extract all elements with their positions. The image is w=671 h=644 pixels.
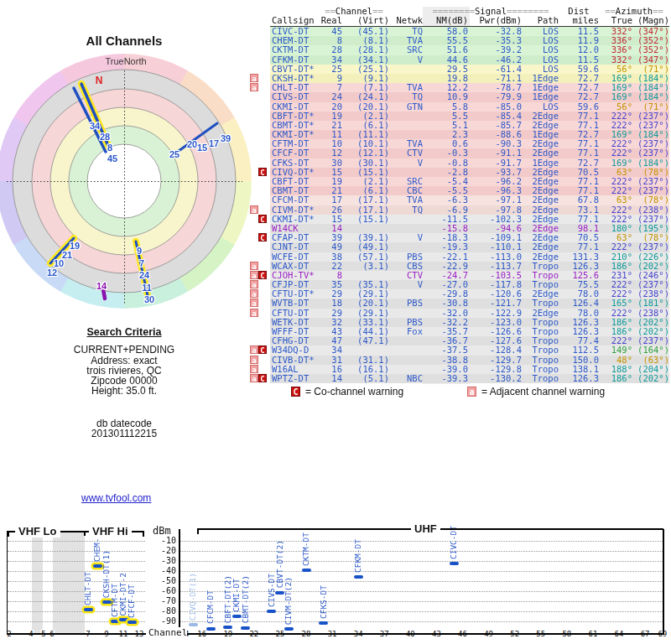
cell-distance-miles: 73.1 bbox=[559, 205, 599, 215]
col-header-netwk: Netwk bbox=[389, 16, 423, 26]
chart-bar-label: CFKM-DT bbox=[353, 539, 362, 573]
cell-azimuth-magnetic: (78°) bbox=[632, 233, 669, 242]
cell-azimuth-true: 169° bbox=[599, 92, 632, 101]
cell-distance-miles: 77.1 bbox=[559, 177, 599, 186]
cell-path: Tropo bbox=[522, 374, 559, 383]
cell-nm-db: -11.5 bbox=[423, 215, 468, 224]
cell-network bbox=[389, 74, 423, 83]
cell-channel-real: 19 bbox=[319, 177, 342, 186]
chart-bar bbox=[93, 564, 102, 568]
cell-azimuth-magnetic: (237°) bbox=[632, 139, 669, 148]
cell-network bbox=[389, 336, 423, 345]
adjacent-warning-chip: a bbox=[250, 271, 258, 279]
chart-bar bbox=[354, 575, 363, 579]
cell-nm-db: -35.7 bbox=[423, 327, 468, 336]
cell-callsign: CJNT-DT bbox=[270, 242, 319, 252]
cell-azimuth-magnetic: (237°) bbox=[632, 148, 669, 158]
cell-azimuth-magnetic: (238°) bbox=[632, 289, 669, 299]
table-row: CIVC-DT45(45.1)TQ58.0-32.8LOS11.5332°(34… bbox=[270, 27, 669, 36]
cell-callsign: CKMI-DT bbox=[270, 102, 319, 112]
cell-channel-real: 45 bbox=[319, 27, 342, 36]
cell-distance-miles: 11.9 bbox=[559, 36, 599, 45]
cell-azimuth-true: 169° bbox=[599, 158, 632, 168]
cell-network bbox=[389, 168, 423, 177]
datecode-line: 201301112215 bbox=[25, 428, 223, 439]
cell-pwr-dbm: -35.3 bbox=[468, 36, 522, 45]
cell-azimuth-true: 56° bbox=[599, 102, 632, 112]
cell-nm-db: 5.1 bbox=[423, 121, 468, 130]
cell-network: CBS bbox=[389, 262, 423, 271]
cell-callsign: CBFT-DT bbox=[270, 177, 319, 186]
cell-path: Tropo bbox=[522, 299, 559, 308]
cell-callsign: CBFT-DT* bbox=[270, 112, 319, 121]
cell-azimuth-true: 332° bbox=[599, 55, 632, 65]
cell-channel-real: 28 bbox=[319, 45, 342, 55]
cell-pwr-dbm: -97.8 bbox=[468, 205, 522, 215]
cell-nm-db: -22.1 bbox=[423, 252, 468, 262]
table-row: CIVM-DT*26(17.1)TQ-6.9-97.82Edge73.1222°… bbox=[270, 205, 669, 215]
cell-network bbox=[389, 130, 423, 139]
cell-azimuth-magnetic: (202°) bbox=[632, 318, 669, 327]
dbm-tick-label: -50 bbox=[149, 576, 176, 585]
cell-path: 2Edge bbox=[522, 224, 559, 233]
cell-pwr-dbm: -46.2 bbox=[468, 55, 522, 65]
cell-callsign: CIVC-DT bbox=[270, 27, 319, 36]
table-row: CBVT-DT*25(25.1)29.5-61.4LOS59.656°(71°) bbox=[270, 65, 669, 74]
col-header-nmdb: NM(dB) bbox=[423, 16, 468, 26]
dbm-tick-label: -30 bbox=[149, 556, 176, 565]
table-row: CFAP-DT39(39.1)V-18.3-109.12Edge70.563°(… bbox=[270, 233, 669, 242]
cell-callsign: CFTM-DT bbox=[270, 139, 319, 148]
cell-path: 2Edge bbox=[522, 252, 559, 262]
cell-path: 2Edge bbox=[522, 195, 559, 205]
cell-distance-miles: 126.4 bbox=[559, 299, 599, 308]
co-channel-warning-chip: C bbox=[258, 271, 267, 279]
cell-network bbox=[389, 242, 423, 252]
cell-distance-miles: 78.0 bbox=[559, 289, 599, 299]
cell-nm-db: 5.5 bbox=[423, 112, 468, 121]
cell-azimuth-magnetic: (164°) bbox=[632, 345, 669, 355]
cell-pwr-dbm: -93.7 bbox=[468, 168, 522, 177]
chart-bar bbox=[119, 618, 128, 621]
cell-distance-miles: 72.7 bbox=[559, 92, 599, 101]
vhf-gap-band-2 bbox=[53, 531, 85, 634]
cell-distance-miles: 78.0 bbox=[559, 309, 599, 318]
cell-callsign: CFTU-DT bbox=[270, 309, 319, 318]
cell-azimuth-magnetic: (237°) bbox=[632, 242, 669, 252]
tvfool-link[interactable]: www.tvfool.com bbox=[81, 492, 151, 504]
cell-callsign: CKMI-DT* bbox=[270, 215, 319, 224]
cell-network: V bbox=[389, 55, 423, 65]
uhf-x-axis bbox=[179, 633, 664, 635]
table-row: CBFT-DT*19(2.1)5.5-85.42Edge77.1222°(237… bbox=[270, 112, 669, 121]
cell-channel-real: 25 bbox=[319, 65, 342, 74]
radar-channel-label: 11 bbox=[142, 283, 152, 293]
cell-network bbox=[389, 112, 423, 121]
cell-pwr-dbm: -85.7 bbox=[468, 121, 522, 130]
cell-azimuth-magnetic: (78°) bbox=[632, 195, 669, 205]
cell-distance-miles: 126.3 bbox=[559, 262, 599, 271]
cell-nm-db: -19.3 bbox=[423, 242, 468, 252]
cell-azimuth-true: 165° bbox=[599, 299, 632, 308]
cell-network: TVA bbox=[389, 195, 423, 205]
cell-channel-virtual: (57.1) bbox=[342, 252, 389, 262]
cell-channel-real: 30 bbox=[319, 158, 342, 168]
cell-nm-db: -6.9 bbox=[423, 205, 468, 215]
adjacent-warning-chip: a bbox=[250, 280, 258, 288]
gridline-vhf bbox=[8, 561, 145, 562]
table-rows: CIVC-DT45(45.1)TQ58.0-32.8LOS11.5332°(34… bbox=[270, 27, 669, 383]
cell-channel-real: 17 bbox=[319, 195, 342, 205]
cell-network: TQ bbox=[389, 92, 423, 101]
chart-bar-label: CFCF-DT bbox=[127, 584, 136, 618]
cell-nm-db: 58.0 bbox=[423, 27, 468, 36]
cell-distance-miles: 59.6 bbox=[559, 65, 599, 74]
radar-title: All Channels bbox=[86, 34, 163, 48]
vhf-lo-label: VHF Lo bbox=[15, 525, 60, 538]
cell-nm-db: 19.8 bbox=[423, 74, 468, 83]
table-row: WCAX-DT22(3.1)CBS-22.9-113.7Tropo126.318… bbox=[270, 262, 669, 271]
cell-azimuth-true: 48° bbox=[599, 356, 632, 365]
cell-pwr-dbm: -61.4 bbox=[468, 65, 522, 74]
cell-channel-virtual: (15.1) bbox=[342, 168, 389, 177]
cell-channel-virtual: (8.1) bbox=[342, 36, 389, 45]
cell-distance-miles: 75.5 bbox=[559, 280, 599, 289]
co-channel-warning-chip: C bbox=[258, 168, 267, 176]
table-row: CBMT-DT21(6.1)CBC-5.5-96.32Edge77.1222°(… bbox=[270, 186, 669, 195]
